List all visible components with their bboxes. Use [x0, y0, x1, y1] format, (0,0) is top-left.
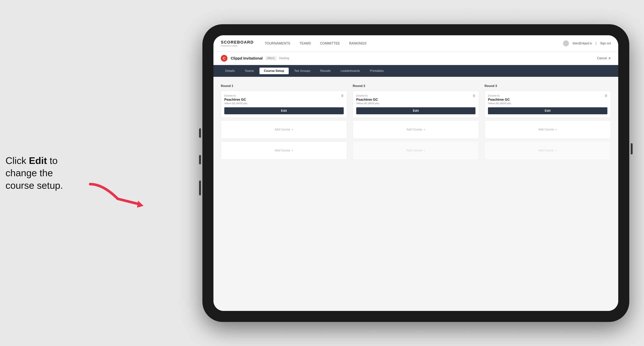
add-course-text: Add Course +	[538, 128, 557, 131]
tablet-screen: SCOREBOARD Powered by clippd TOURNAMENTS…	[214, 35, 618, 311]
tab-results[interactable]: Results	[316, 68, 335, 74]
logo-sub: Powered by clippd	[221, 45, 254, 47]
add-course-text: Add Course +	[538, 149, 557, 152]
add-course-card-r3-2: Add Course +	[484, 141, 611, 160]
add-course-text: Add Course +	[406, 149, 425, 152]
plus-icon: +	[424, 149, 425, 152]
add-course-card-r3-1[interactable]: Add Course +	[484, 120, 611, 139]
rounds-grid: Round 1🗑(Course A)Peachtree GCYellow (M)…	[221, 84, 611, 162]
tab-course-setup[interactable]: Course Setup	[260, 68, 289, 74]
delete-course-button[interactable]: 🗑	[340, 93, 345, 99]
tournament-name: Clippd Invitational	[231, 56, 262, 60]
course-label: (Course A)	[224, 94, 344, 97]
edit-course-button-r3-c1[interactable]: Edit	[488, 107, 608, 114]
power-button	[631, 143, 632, 154]
round-label-3: Round 3	[484, 84, 611, 88]
course-name: Peachtree GC	[224, 98, 344, 102]
plus-icon: +	[292, 128, 293, 131]
tab-details[interactable]: Details	[221, 68, 239, 74]
cancel-icon: ✕	[608, 56, 611, 60]
round-column-1: Round 1🗑(Course A)Peachtree GCYellow (M)…	[221, 84, 347, 162]
round-column-3: Round 3🗑(Course A)Peachtree GCYellow (M)…	[484, 84, 611, 162]
sign-out-link[interactable]: Sign out	[600, 42, 611, 45]
nav-links: TOURNAMENTS TEAMS COMMITTEE RANKINGS	[265, 41, 563, 46]
course-card-r3-c1: 🗑(Course A)Peachtree GCYellow (M) (6629 …	[484, 91, 611, 118]
course-label: (Course A)	[356, 94, 476, 97]
course-name: Peachtree GC	[356, 98, 476, 102]
annotation-text: Click Edit tochange thecourse setup.	[6, 154, 105, 192]
volume-up-button	[199, 129, 201, 138]
tournament-badge: (Men)	[265, 56, 276, 60]
add-course-card-r2-1[interactable]: Add Course +	[353, 120, 479, 139]
sub-tabs: Details Teams Course Setup Tee Groups Re…	[214, 65, 618, 77]
tab-leaderboards[interactable]: Leaderboards	[336, 68, 364, 74]
add-course-card-r1-2[interactable]: Add Course +	[221, 141, 347, 160]
course-card-r1-c1: 🗑(Course A)Peachtree GCYellow (M) (6629 …	[221, 91, 347, 118]
plus-icon: +	[292, 149, 293, 152]
delete-course-button[interactable]: 🗑	[472, 93, 476, 99]
tournament-icon: C	[221, 55, 228, 62]
separator: |	[596, 42, 596, 45]
tournament-icon-letter: C	[223, 56, 226, 60]
edit-course-button-r2-c1[interactable]: Edit	[356, 107, 476, 114]
cancel-label: Cancel	[597, 56, 607, 60]
round-column-2: Round 2🗑(Course A)Peachtree GCYellow (M)…	[353, 84, 479, 162]
tab-printables[interactable]: Printables	[366, 68, 388, 74]
course-details: Yellow (M) (6629 yds)	[224, 102, 344, 105]
add-course-text: Add Course +	[274, 149, 293, 152]
top-nav: SCOREBOARD Powered by clippd TOURNAMENTS…	[214, 35, 618, 52]
add-course-card-r1-1[interactable]: Add Course +	[221, 120, 347, 139]
volume-down-button	[199, 155, 201, 164]
nav-tournaments[interactable]: TOURNAMENTS	[265, 41, 290, 46]
tab-teams[interactable]: Teams	[240, 68, 258, 74]
main-content: Round 1🗑(Course A)Peachtree GCYellow (M)…	[214, 77, 618, 311]
tab-tee-groups[interactable]: Tee Groups	[290, 68, 315, 74]
nav-rankings[interactable]: RANKINGS	[349, 41, 366, 46]
delete-course-button[interactable]: 🗑	[604, 93, 608, 99]
course-label: (Course A)	[488, 94, 608, 97]
course-details: Yellow (M) (6629 yds)	[356, 102, 476, 105]
nav-teams[interactable]: TEAMS	[300, 41, 311, 46]
logo-area: SCOREBOARD Powered by clippd	[221, 40, 254, 47]
user-email: blair@clippd.io	[572, 42, 592, 45]
course-name: Peachtree GC	[488, 98, 608, 102]
round-label-2: Round 2	[353, 84, 479, 88]
avatar	[563, 40, 569, 46]
tournament-bar: C Clippd Invitational (Men) Hosting Canc…	[214, 52, 618, 65]
nav-committee[interactable]: COMMITTEE	[320, 41, 340, 46]
nav-right: blair@clippd.io | Sign out	[563, 40, 611, 46]
round-label-1: Round 1	[221, 84, 347, 88]
edit-course-button-r1-c1[interactable]: Edit	[224, 107, 344, 114]
add-course-text: Add Course +	[274, 128, 293, 131]
tournament-hosting: Hosting	[279, 57, 289, 60]
logo-scoreboard: SCOREBOARD	[221, 40, 254, 45]
tablet-frame: SCOREBOARD Powered by clippd TOURNAMENTS…	[202, 24, 629, 322]
course-details: Yellow (M) (6629 yds)	[488, 102, 608, 105]
cancel-button[interactable]: Cancel ✕	[597, 56, 611, 60]
plus-icon: +	[424, 128, 425, 131]
plus-icon: +	[555, 128, 557, 131]
svg-marker-0	[137, 201, 144, 208]
add-course-card-r2-2: Add Course +	[353, 141, 479, 160]
bold-edit: Edit	[29, 155, 47, 166]
course-card-r2-c1: 🗑(Course A)Peachtree GCYellow (M) (6629 …	[353, 91, 479, 118]
home-button	[199, 181, 201, 195]
add-course-text: Add Course +	[406, 128, 425, 131]
plus-icon: +	[555, 149, 557, 152]
